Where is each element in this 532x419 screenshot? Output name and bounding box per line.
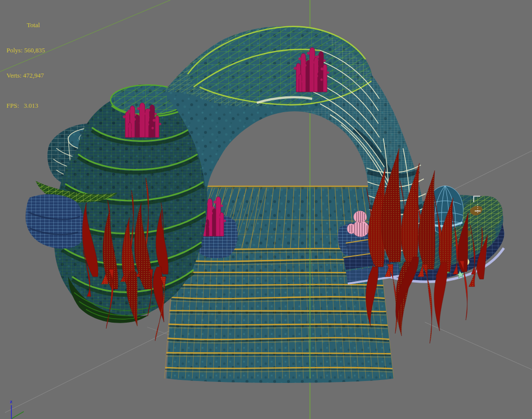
viewport-statistics: Total Polys: 560,835 Verts: 472,947 FPS:… [6,4,45,118]
stats-total-label: Total [6,21,45,29]
3d-viewport[interactable]: z Total Polys: 560,835 Verts: 472,947 FP… [0,0,532,419]
viewport-canvas: z [0,0,532,419]
coral-patch-blue-left [26,194,84,249]
stats-polys: Polys: 560,835 [6,46,45,54]
stats-fps: FPS: 3.013 [6,101,45,110]
axis-gizmo: z [10,398,24,419]
axis-y-line [12,412,24,419]
stats-verts: Verts: 472,947 [6,71,45,80]
axis-z-label: z [10,398,12,404]
